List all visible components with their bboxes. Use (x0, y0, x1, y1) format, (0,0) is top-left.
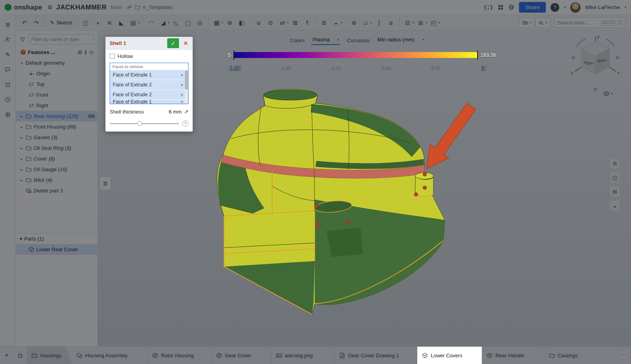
filter-funnel-icon[interactable] (20, 37, 26, 43)
link-icon[interactable] (126, 4, 132, 10)
parts-list-icon[interactable]: ⊡ (3, 80, 13, 89)
fill-surface-icon[interactable]: ◒ (330, 17, 342, 28)
palette-select[interactable]: Plasma ▾ (311, 35, 341, 45)
scrollbar-thumb[interactable] (185, 70, 188, 90)
breadcrumb[interactable]: #_Templates (126, 4, 173, 10)
featurescript-icon[interactable]: {;} (484, 4, 493, 10)
sketch-button[interactable]: ✎ Sketch (48, 17, 75, 28)
appearance-icon[interactable]: ✎ (3, 50, 13, 59)
fillet-icon[interactable]: ◠ (146, 17, 157, 28)
delete-face-icon[interactable]: ⊠ (290, 17, 301, 28)
undo-icon[interactable]: ↶ (19, 17, 30, 28)
split-icon[interactable]: ⊘ (265, 17, 276, 28)
tree-item-front-plane[interactable]: Front (16, 90, 97, 100)
faces-to-remove-field[interactable]: Faces to remove Face of Extrude 1 × Face… (110, 63, 189, 104)
tab-gear-cover[interactable]: Gear Cover (211, 347, 271, 364)
tree-item-gasket[interactable]: ▸ Gasket (3) (16, 132, 97, 143)
comments-icon[interactable] (3, 65, 13, 74)
main-menu-icon[interactable]: ≡ (48, 3, 52, 12)
chevron-right-icon[interactable]: ▸ (20, 125, 24, 129)
help-icon[interactable]: ? (182, 120, 189, 127)
create-tab-button[interactable]: + (0, 347, 13, 364)
apps-grid-icon[interactable] (498, 4, 504, 10)
tree-item-oil-gauge[interactable]: ▸ Oil Gauge (16) (16, 164, 97, 175)
measure-icon[interactable]: ⌀ (385, 17, 396, 28)
circular-pattern-icon[interactable]: ⊛ (224, 17, 235, 28)
flip-direction-icon[interactable]: ⇗ (184, 108, 189, 115)
offset-surface-icon[interactable]: ≣ (319, 17, 330, 28)
mirror-icon[interactable]: ◧ (236, 17, 247, 28)
rotate-right-arrow-icon[interactable] (616, 55, 620, 60)
part-item-lower-rear-cover[interactable]: Lower Rear Cover (16, 244, 97, 255)
legend-min-value[interactable]: 5 (228, 52, 231, 58)
remove-face-icon[interactable]: × (180, 92, 183, 98)
tab-rotor-housing[interactable]: Rotor Housing (147, 347, 211, 364)
redo-icon[interactable]: ↷ (31, 17, 42, 28)
chevron-down-icon[interactable]: ▾ (371, 21, 372, 24)
search-tools-box[interactable]: alt/⌥ c (554, 17, 625, 28)
folder-tab-housings[interactable]: Housings (27, 347, 72, 364)
chevron-down-icon[interactable]: ▾ (341, 21, 342, 24)
tree-item-delete-part[interactable]: Delete part 3 (16, 185, 97, 196)
helix-icon[interactable]: ∫ (373, 17, 385, 28)
tab-warning-png[interactable]: warning.png (271, 347, 334, 364)
tab-lower-covers[interactable]: Lower Covers (417, 347, 482, 364)
chevron-down-icon[interactable]: ▾ (413, 21, 414, 24)
rotate-down-arrow-icon[interactable] (593, 88, 598, 91)
slider-knob[interactable] (137, 121, 142, 126)
move-face-icon[interactable]: ⇑ (302, 17, 313, 28)
parts-section-header[interactable]: ▾ Parts (1) (16, 233, 97, 244)
cancel-button[interactable]: × (181, 38, 191, 48)
branch-name[interactable]: Main (110, 4, 122, 10)
units-dropdown[interactable]: AL ▾ (535, 18, 551, 28)
face-list-item[interactable]: Face of Extrude 1 × (110, 99, 188, 104)
legend-min-marker[interactable] (233, 50, 234, 60)
linear-pattern-icon[interactable]: ▦ (211, 17, 222, 28)
rotate-ccw-arrow-icon[interactable] (577, 39, 585, 47)
draft-icon[interactable]: ◺ (171, 17, 182, 28)
hollow-checkbox[interactable] (110, 54, 115, 59)
tree-item-rear-housing[interactable]: ▸ Rear Housing (225) (16, 111, 97, 121)
appearance-dropdown[interactable]: Bb ▾ (519, 18, 535, 28)
user-name[interactable]: Mike LaFleche (585, 4, 620, 10)
tab-gear-cover-drawing[interactable]: Gear Cover Drawing 1 (334, 347, 417, 364)
extrude-icon[interactable]: ◫ (80, 17, 91, 28)
chamfer-icon[interactable]: ◢ (158, 17, 169, 28)
frame-icon[interactable]: ⊞ (415, 17, 426, 28)
part-model-canvas[interactable] (192, 74, 508, 330)
bom-table-icon[interactable]: ⊞ (3, 110, 13, 119)
legend-max-marker[interactable] (477, 50, 478, 60)
feature-list-flyout-icon[interactable]: ≣ (99, 177, 111, 190)
sheet-metal-icon[interactable]: ⊟ (402, 17, 413, 28)
named-views-icon[interactable]: ⊞ (610, 186, 620, 197)
toolbox-icon[interactable]: ◰ (428, 17, 439, 28)
shell-icon[interactable]: ▢ (183, 17, 194, 28)
history-icon[interactable] (3, 95, 13, 104)
tab-housing-assembly[interactable]: Housing Assembly (72, 347, 147, 364)
faces-scrollbar[interactable] (185, 70, 188, 103)
rotate-left-arrow-icon[interactable] (571, 55, 575, 60)
revolve-icon[interactable]: ◖ (92, 17, 103, 28)
face-list-item[interactable]: Face of Extrude 2 × (110, 80, 188, 90)
chevron-down-icon[interactable]: ▾ (439, 21, 440, 24)
chevron-down-icon[interactable]: ▾ (426, 21, 427, 24)
community-globe-icon[interactable] (508, 4, 514, 10)
thickness-value[interactable]: 6 mm (169, 109, 182, 115)
face-list-item[interactable]: Face of Extrude 2 × (110, 90, 188, 99)
view-options-button[interactable]: ▾ (603, 91, 613, 97)
chevron-down-icon[interactable]: ▾ (222, 21, 223, 24)
features-list-icon[interactable]: ≣ (3, 20, 13, 29)
chevron-down-icon[interactable]: ▾ (20, 61, 24, 65)
filter-input[interactable] (28, 34, 94, 45)
rollback-icon[interactable]: ◷ (89, 49, 93, 55)
chevron-down-icon[interactable]: ▾ (287, 21, 289, 24)
chevron-right-icon[interactable]: ▸ (20, 136, 24, 140)
tree-item-wick[interactable]: ▸ Wick (4) (16, 175, 97, 185)
chevron-right-icon[interactable]: ▸ (20, 178, 24, 182)
chevron-down-icon[interactable]: ▾ (138, 21, 140, 24)
tree-item-right-plane[interactable]: Right (16, 100, 97, 111)
tree-item-front-housing[interactable]: ▸ Front Housing (89) (16, 121, 97, 132)
tree-item-cover[interactable]: ▸ Cover (8) (16, 153, 97, 164)
avatar[interactable] (570, 2, 581, 13)
learning-center-icon[interactable]: ◠ (618, 351, 628, 360)
